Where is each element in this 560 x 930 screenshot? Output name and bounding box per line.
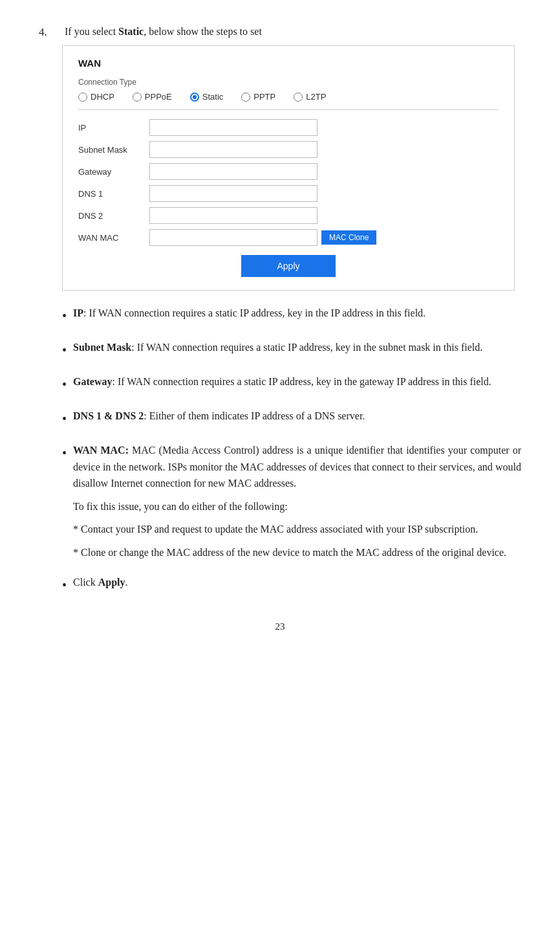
ip-label: IP <box>78 123 149 133</box>
wan-title: WAN <box>78 58 499 69</box>
radio-label-static: Static <box>202 92 224 102</box>
wan-mac-sub-para-1: To fix this issue, you can do either of … <box>73 498 521 515</box>
bullet-content-gateway: Gateway: If WAN connection requires a st… <box>73 373 521 395</box>
page-number: 23 <box>39 621 521 632</box>
wan-mac-field-row: WAN MAC MAC Clone <box>78 229 499 246</box>
wan-panel: WAN Connection Type DHCP PPPoE Static PP… <box>62 45 515 291</box>
bullet-gateway: • Gateway: If WAN connection requires a … <box>62 373 521 395</box>
ip-input[interactable] <box>149 119 318 136</box>
bullet-content-click-apply: Click Apply. <box>73 574 521 595</box>
bullet-term-dns: DNS 1 & DNS 2 <box>73 410 144 421</box>
bullet-dot-ip: • <box>62 305 67 326</box>
radio-dhcp[interactable]: DHCP <box>78 92 114 102</box>
radio-circle-static <box>190 93 199 102</box>
click-apply-bold: Apply <box>98 577 125 588</box>
wan-mac-sub-para-2: * Contact your ISP and request to update… <box>73 521 521 538</box>
radio-row: DHCP PPPoE Static PPTP L2TP <box>78 92 499 102</box>
dns1-label: DNS 1 <box>78 189 149 199</box>
mac-clone-button[interactable]: MAC Clone <box>321 230 376 245</box>
subnet-mask-input[interactable] <box>149 141 318 158</box>
radio-static[interactable]: Static <box>190 92 224 102</box>
connection-type-label: Connection Type <box>78 78 499 87</box>
radio-label-pptp: PPTP <box>253 92 275 102</box>
bullet-dns: • DNS 1 & DNS 2: Either of them indicate… <box>62 408 521 429</box>
dns2-label: DNS 2 <box>78 211 149 221</box>
bullet-content-subnet: Subnet Mask: If WAN connection requires … <box>73 339 521 360</box>
radio-circle-pptp <box>241 93 250 102</box>
dns2-field-row: DNS 2 <box>78 207 499 224</box>
wan-mac-sub-para-3: * Clone or change the MAC address of the… <box>73 544 521 561</box>
bullet-list: • IP: If WAN connection requires a stati… <box>62 305 521 595</box>
radio-pppoe[interactable]: PPPoE <box>133 92 172 102</box>
bullet-content-dns: DNS 1 & DNS 2: Either of them indicates … <box>73 408 521 429</box>
gateway-label: Gateway <box>78 167 149 177</box>
divider <box>78 109 499 110</box>
apply-row: Apply <box>78 255 499 277</box>
step-number: 4. <box>39 26 57 39</box>
subnet-mask-label: Subnet Mask <box>78 145 149 155</box>
radio-label-l2tp: L2TP <box>306 92 326 102</box>
radio-circle-l2tp <box>294 93 303 102</box>
radio-circle-pppoe <box>133 93 142 102</box>
bullet-term-subnet: Subnet Mask <box>73 342 131 353</box>
radio-label-dhcp: DHCP <box>91 92 114 102</box>
gateway-input[interactable] <box>149 163 318 180</box>
radio-l2tp[interactable]: L2TP <box>294 92 326 102</box>
intro-text: If you select Static, below show the ste… <box>65 26 262 39</box>
bullet-dot-subnet: • <box>62 340 67 360</box>
bullet-dot-dns: • <box>62 408 67 429</box>
bullet-dot-click-apply: • <box>62 575 67 595</box>
radio-label-pppoe: PPPoE <box>145 92 172 102</box>
bullet-term-gateway: Gateway <box>73 376 112 387</box>
radio-pptp[interactable]: PPTP <box>241 92 275 102</box>
wan-mac-main-para: WAN MAC: MAC (Media Access Control) addr… <box>73 442 521 492</box>
wan-mac-input[interactable] <box>149 229 318 246</box>
dns2-input[interactable] <box>149 207 318 224</box>
dns1-input[interactable] <box>149 185 318 202</box>
apply-button[interactable]: Apply <box>241 255 335 277</box>
bullet-content-wan-mac: WAN MAC: MAC (Media Access Control) addr… <box>73 442 521 561</box>
bullet-wan-mac: • WAN MAC: MAC (Media Access Control) ad… <box>62 442 521 561</box>
bullet-dot-wan-mac: • <box>62 443 67 561</box>
intro-line: 4. If you select Static, below show the … <box>39 26 521 39</box>
subnet-mask-field-row: Subnet Mask <box>78 141 499 158</box>
radio-circle-dhcp <box>78 93 87 102</box>
bullet-click-apply: • Click Apply. <box>62 574 521 595</box>
gateway-field-row: Gateway <box>78 163 499 180</box>
bullet-ip: • IP: If WAN connection requires a stati… <box>62 305 521 326</box>
wan-mac-label: WAN MAC <box>78 233 149 243</box>
wan-mac-term: WAN MAC: <box>73 445 129 456</box>
bullet-content-ip: IP: If WAN connection requires a static … <box>73 305 521 326</box>
dns1-field-row: DNS 1 <box>78 185 499 202</box>
ip-field-row: IP <box>78 119 499 136</box>
bullet-subnet-mask: • Subnet Mask: If WAN connection require… <box>62 339 521 360</box>
bullet-term-ip: IP <box>73 307 83 318</box>
bullet-dot-gateway: • <box>62 374 67 395</box>
